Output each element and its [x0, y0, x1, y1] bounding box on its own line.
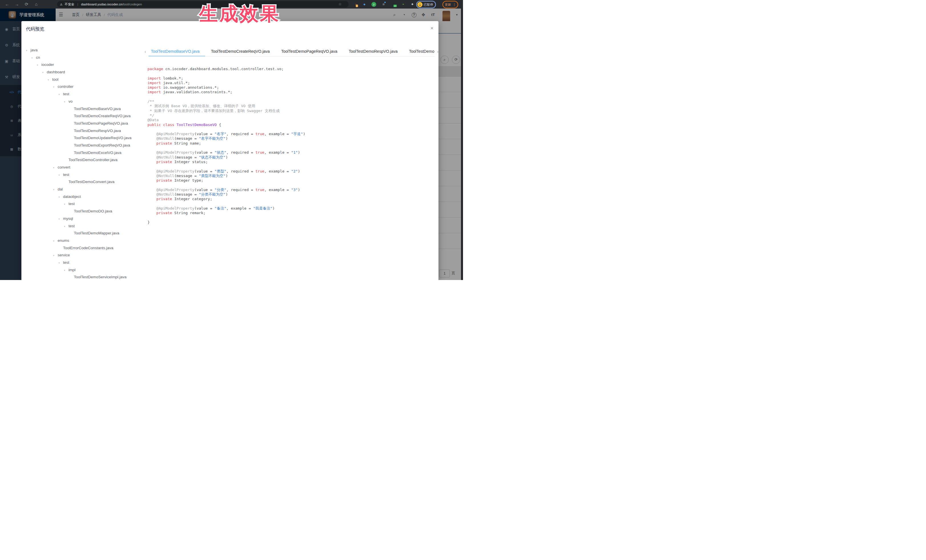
tree-folder-service[interactable]: ▾service — [26, 252, 144, 259]
extension-blue-gem-icon[interactable]: ◆ — [362, 2, 367, 7]
file-tabs-bar: ‹ ToolTestDemoBaseVO.javaToolTestDemoCre… — [145, 47, 439, 56]
tree-file-ToolTestDemoDO.java[interactable]: ToolTestDemoDO.java — [26, 208, 144, 215]
tree-expand-caret-icon[interactable]: ▾ — [59, 216, 63, 223]
tree-expand-caret-icon[interactable]: ▾ — [64, 201, 68, 208]
code-line — [147, 202, 436, 206]
tree-folder-mysql[interactable]: ▾mysql — [26, 215, 144, 222]
tree-folder-impl[interactable]: ▾impl — [26, 266, 144, 274]
tree-expand-caret-icon[interactable]: ▾ — [53, 186, 57, 193]
tree-node-label: vo — [68, 99, 73, 104]
profile-emoji-avatar: 😃 — [418, 2, 422, 7]
forward-icon[interactable]: → — [12, 0, 22, 9]
tab-ToolTestDemoUpdateReqVO.java[interactable]: ToolTestDemoUpdateReqVO.java — [403, 47, 434, 56]
tree-folder-iocoder[interactable]: ▾iocoder — [26, 61, 144, 68]
tree-folder-dashboard[interactable]: ▾dashboard — [26, 68, 144, 76]
tree-node-label: impl — [68, 268, 76, 272]
code-line: * 如果子 VO 存在差异的字段，请不要添加到这里，影响 Swagger 文档生… — [147, 109, 436, 113]
tree-folder-java[interactable]: ▾java — [26, 47, 144, 54]
tree-folder-dal[interactable]: ▾dal — [26, 186, 144, 193]
code-line: private Integer category; — [147, 197, 436, 201]
extension-plant-icon[interactable]: ❧ — [401, 2, 406, 7]
code-viewer[interactable]: package cn.iocoder.dashboard.modules.too… — [147, 67, 436, 225]
tree-expand-caret-icon[interactable]: ▾ — [53, 237, 57, 245]
tree-folder-cn[interactable]: ▾cn — [26, 54, 144, 61]
tree-file-ToolErrorCodeConstants.java[interactable]: ToolErrorCodeConstants.java — [26, 245, 144, 252]
tree-expand-caret-icon[interactable]: ▾ — [59, 260, 63, 267]
tree-folder-convert[interactable]: ▾convert — [26, 164, 144, 171]
tree-file-ToolTestDemoExcelVO.java[interactable]: ToolTestDemoExcelVO.java — [26, 149, 144, 157]
tree-folder-dataobject[interactable]: ▾dataobject — [26, 193, 144, 201]
extension-green-y-icon[interactable]: y — [371, 2, 376, 7]
tree-expand-caret-icon[interactable]: ▾ — [31, 54, 36, 62]
code-line: import java.util.*; — [147, 81, 436, 85]
tree-folder-test[interactable]: ▾test — [26, 222, 144, 230]
tree-expand-caret-icon[interactable]: ▾ — [64, 223, 68, 230]
address-separator: | — [77, 3, 78, 6]
tree-expand-caret-icon[interactable]: ▾ — [59, 172, 63, 179]
tree-expand-caret-icon[interactable]: ▾ — [53, 252, 57, 260]
tree-node-label: test — [63, 92, 69, 96]
tree-expand-caret-icon[interactable]: ▾ — [53, 164, 57, 172]
tree-file-ToolTestDemoMapper.java[interactable]: ToolTestDemoMapper.java — [26, 229, 144, 237]
browser-profile-badge[interactable]: 😃 已暂停 — [416, 1, 436, 8]
tab-ToolTestDemoRespVO.java[interactable]: ToolTestDemoRespVO.java — [343, 47, 403, 56]
tree-folder-test[interactable]: ▾test — [26, 171, 144, 178]
tree-file-ToolTestDemoBaseVO.java[interactable]: ToolTestDemoBaseVO.java — [26, 105, 144, 113]
tab-scroll-prev-icon[interactable]: ‹ — [145, 47, 146, 56]
tree-expand-caret-icon[interactable]: ▾ — [53, 83, 57, 91]
tree-expand-caret-icon[interactable]: ▾ — [64, 267, 68, 274]
tree-file-ToolTestDemoConvert.java[interactable]: ToolTestDemoConvert.java — [26, 178, 144, 186]
tree-expand-caret-icon[interactable]: ▾ — [48, 76, 52, 84]
code-line: * 测试示例 Base VO，提供给添加、修改、详细的子 VO 使用 — [147, 104, 436, 108]
tree-folder-test[interactable]: ▾test — [26, 200, 144, 208]
tree-node-label: ToolTestDemoDO.java — [74, 209, 112, 213]
tab-ToolTestDemoPageReqVO.java[interactable]: ToolTestDemoPageReqVO.java — [275, 47, 343, 56]
tree-expand-caret-icon[interactable]: ▾ — [59, 91, 63, 98]
tree-folder-controller[interactable]: ▾controller — [26, 83, 144, 91]
tab-ToolTestDemoBaseVO.java[interactable]: ToolTestDemoBaseVO.java — [148, 47, 205, 56]
browser-update-button[interactable]: 更新 ⋮ — [442, 1, 458, 8]
tree-folder-enums[interactable]: ▾enums — [26, 237, 144, 245]
tree-expand-caret-icon[interactable]: ▾ — [42, 69, 47, 76]
tree-file-ToolTestDemoPageReqVO.java[interactable]: ToolTestDemoPageReqVO.java — [26, 120, 144, 127]
tree-expand-caret-icon[interactable]: ▾ — [64, 98, 68, 106]
tree-folder-test[interactable]: ▾test — [26, 259, 144, 266]
tree-file-ToolTestDemoRespVO.java[interactable]: ToolTestDemoRespVO.java — [26, 127, 144, 134]
tree-node-label: dashboard — [47, 70, 65, 74]
close-icon[interactable]: × — [429, 25, 435, 32]
browser-menu-icon[interactable]: ⋮ — [453, 3, 456, 6]
tree-expand-caret-icon[interactable]: ▾ — [26, 47, 30, 54]
refresh-icon[interactable]: ⟳ — [22, 0, 31, 9]
code-line: @Data — [147, 118, 436, 122]
tree-file-ToolTestDemoExportReqVO.java[interactable]: ToolTestDemoExportReqVO.java — [26, 142, 144, 149]
browser-scrollbar[interactable] — [461, 9, 463, 280]
tab-ToolTestDemoCreateReqVO.java[interactable]: ToolTestDemoCreateReqVO.java — [205, 47, 275, 56]
extension-orange-ring-icon[interactable]: ◔1 — [353, 2, 358, 7]
tree-folder-tool[interactable]: ▾tool — [26, 76, 144, 83]
extension-grid-icon[interactable]: ⊞◆ — [381, 2, 386, 7]
file-tree: ▾java▾cn▾iocoder▾dashboard▾tool▾controll… — [26, 47, 144, 280]
code-line: @NotNull(message = "状态不能为空") — [147, 155, 436, 160]
bookmark-star-icon[interactable]: ☆ — [338, 0, 342, 9]
home-icon[interactable]: ⌂ — [31, 0, 41, 9]
code-line: @NotNull(message = "类型不能为空") — [147, 174, 436, 178]
back-icon[interactable]: ← — [2, 0, 12, 9]
tree-folder-test[interactable]: ▾test — [26, 91, 144, 98]
code-line: private Integer type; — [147, 178, 436, 183]
tree-file-ToolTestDemoUpdateReqVO.java[interactable]: ToolTestDemoUpdateReqVO.java — [26, 134, 144, 142]
tree-expand-caret-icon[interactable]: ▾ — [59, 193, 63, 201]
tab-scroll-next-icon[interactable]: › — [437, 47, 439, 56]
extension-list-on-icon[interactable]: ☰on — [391, 2, 396, 7]
tree-expand-caret-icon[interactable]: ▾ — [37, 62, 41, 69]
code-line: @NotNull(message = "分类不能为空") — [147, 192, 436, 197]
tree-node-label: ToolTestDemoExcelVO.java — [74, 151, 121, 155]
tree-file-ToolTestDemoCreateReqVO.java[interactable]: ToolTestDemoCreateReqVO.java — [26, 112, 144, 120]
tree-node-label: test — [68, 202, 75, 206]
tree-node-label: iocoder — [41, 62, 54, 67]
tree-node-label: java — [30, 48, 38, 52]
extensions-puzzle-icon[interactable]: ✚ — [410, 2, 415, 7]
tree-file-ToolTestDemoServiceImpl.java[interactable]: ToolTestDemoServiceImpl.java — [26, 273, 144, 280]
tree-folder-vo[interactable]: ▾vo — [26, 98, 144, 105]
tree-node-label: controller — [57, 85, 74, 89]
tree-file-ToolTestDemoController.java[interactable]: ToolTestDemoController.java — [26, 156, 144, 164]
